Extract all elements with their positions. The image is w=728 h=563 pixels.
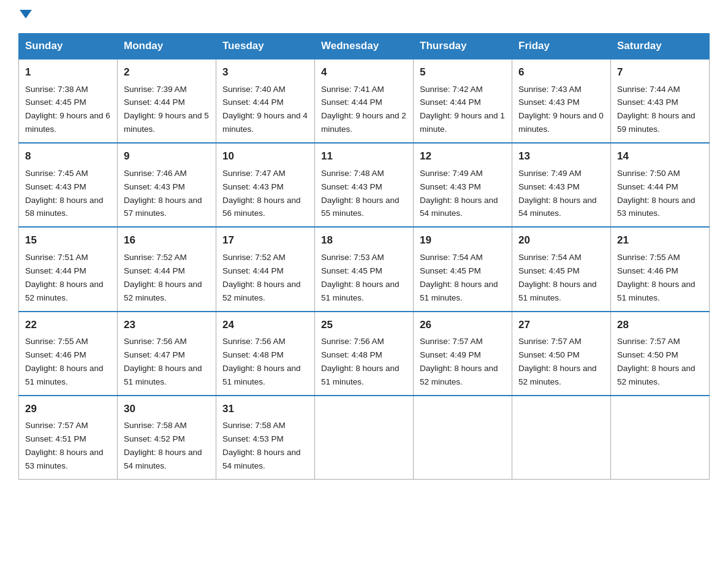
calendar-cell: 9Sunrise: 7:46 AMSunset: 4:43 PMDaylight…	[118, 143, 216, 227]
day-number: 12	[420, 148, 506, 164]
day-info: Sunrise: 7:48 AMSunset: 4:43 PMDaylight:…	[321, 169, 400, 218]
calendar-week-2: 8Sunrise: 7:45 AMSunset: 4:43 PMDaylight…	[19, 143, 710, 227]
day-number: 30	[124, 401, 210, 417]
day-info: Sunrise: 7:39 AMSunset: 4:44 PMDaylight:…	[124, 85, 209, 134]
day-number: 5	[420, 64, 506, 80]
calendar-cell: 29Sunrise: 7:57 AMSunset: 4:51 PMDayligh…	[19, 396, 118, 480]
day-number: 11	[321, 148, 407, 164]
calendar-cell: 6Sunrise: 7:43 AMSunset: 4:43 PMDaylight…	[512, 59, 611, 143]
day-number: 23	[124, 317, 210, 333]
day-number: 25	[321, 317, 407, 333]
calendar-cell: 27Sunrise: 7:57 AMSunset: 4:50 PMDayligh…	[512, 312, 611, 396]
day-number: 6	[518, 64, 604, 80]
logo-triangle-icon	[20, 10, 32, 18]
calendar-cell: 25Sunrise: 7:56 AMSunset: 4:48 PMDayligh…	[315, 312, 414, 396]
day-number: 16	[124, 232, 210, 248]
calendar-cell: 22Sunrise: 7:55 AMSunset: 4:46 PMDayligh…	[19, 312, 118, 396]
day-info: Sunrise: 7:55 AMSunset: 4:46 PMDaylight:…	[617, 253, 696, 302]
day-info: Sunrise: 7:57 AMSunset: 4:50 PMDaylight:…	[617, 337, 696, 386]
col-header-monday: Monday	[118, 34, 216, 59]
day-number: 31	[222, 401, 308, 417]
day-info: Sunrise: 7:42 AMSunset: 4:44 PMDaylight:…	[420, 85, 505, 134]
day-info: Sunrise: 7:55 AMSunset: 4:46 PMDaylight:…	[25, 337, 104, 386]
calendar-cell: 19Sunrise: 7:54 AMSunset: 4:45 PMDayligh…	[414, 227, 512, 311]
calendar-cell: 15Sunrise: 7:51 AMSunset: 4:44 PMDayligh…	[19, 227, 118, 311]
calendar-cell	[611, 396, 710, 480]
calendar-cell: 24Sunrise: 7:56 AMSunset: 4:48 PMDayligh…	[216, 312, 315, 396]
day-info: Sunrise: 7:57 AMSunset: 4:50 PMDaylight:…	[518, 337, 597, 386]
calendar-cell: 21Sunrise: 7:55 AMSunset: 4:46 PMDayligh…	[611, 227, 710, 311]
day-info: Sunrise: 7:58 AMSunset: 4:52 PMDaylight:…	[124, 421, 202, 470]
day-number: 2	[124, 64, 210, 80]
day-info: Sunrise: 7:49 AMSunset: 4:43 PMDaylight:…	[518, 169, 597, 218]
day-info: Sunrise: 7:54 AMSunset: 4:45 PMDaylight:…	[518, 253, 597, 302]
calendar-week-1: 1Sunrise: 7:38 AMSunset: 4:45 PMDaylight…	[19, 59, 710, 143]
calendar-cell: 18Sunrise: 7:53 AMSunset: 4:45 PMDayligh…	[315, 227, 414, 311]
calendar-cell: 17Sunrise: 7:52 AMSunset: 4:44 PMDayligh…	[216, 227, 315, 311]
day-number: 15	[25, 232, 111, 248]
day-info: Sunrise: 7:56 AMSunset: 4:48 PMDaylight:…	[321, 337, 400, 386]
calendar-cell: 26Sunrise: 7:57 AMSunset: 4:49 PMDayligh…	[414, 312, 512, 396]
day-info: Sunrise: 7:57 AMSunset: 4:51 PMDaylight:…	[25, 421, 104, 470]
day-info: Sunrise: 7:50 AMSunset: 4:44 PMDaylight:…	[617, 169, 696, 218]
calendar-table: SundayMondayTuesdayWednesdayThursdayFrid…	[18, 33, 710, 480]
day-info: Sunrise: 7:46 AMSunset: 4:43 PMDaylight:…	[124, 169, 202, 218]
day-number: 8	[25, 148, 111, 164]
day-number: 26	[420, 317, 506, 333]
col-header-sunday: Sunday	[19, 34, 118, 59]
day-number: 4	[321, 64, 407, 80]
calendar-cell: 28Sunrise: 7:57 AMSunset: 4:50 PMDayligh…	[611, 312, 710, 396]
day-info: Sunrise: 7:47 AMSunset: 4:43 PMDaylight:…	[222, 169, 301, 218]
calendar-week-3: 15Sunrise: 7:51 AMSunset: 4:44 PMDayligh…	[19, 227, 710, 311]
day-number: 18	[321, 232, 407, 248]
day-info: Sunrise: 7:41 AMSunset: 4:44 PMDaylight:…	[321, 85, 406, 134]
day-number: 28	[617, 317, 703, 333]
calendar-cell: 5Sunrise: 7:42 AMSunset: 4:44 PMDaylight…	[414, 59, 512, 143]
calendar-cell: 16Sunrise: 7:52 AMSunset: 4:44 PMDayligh…	[118, 227, 216, 311]
col-header-saturday: Saturday	[611, 34, 710, 59]
calendar-cell	[414, 396, 512, 480]
day-info: Sunrise: 7:38 AMSunset: 4:45 PMDaylight:…	[25, 85, 110, 134]
day-info: Sunrise: 7:49 AMSunset: 4:43 PMDaylight:…	[420, 169, 498, 218]
calendar-cell: 12Sunrise: 7:49 AMSunset: 4:43 PMDayligh…	[414, 143, 512, 227]
day-info: Sunrise: 7:45 AMSunset: 4:43 PMDaylight:…	[25, 169, 104, 218]
day-number: 9	[124, 148, 210, 164]
day-number: 27	[518, 317, 604, 333]
day-info: Sunrise: 7:44 AMSunset: 4:43 PMDaylight:…	[617, 85, 696, 134]
calendar-cell: 4Sunrise: 7:41 AMSunset: 4:44 PMDaylight…	[315, 59, 414, 143]
calendar-cell: 14Sunrise: 7:50 AMSunset: 4:44 PMDayligh…	[611, 143, 710, 227]
day-number: 3	[222, 64, 308, 80]
day-info: Sunrise: 7:54 AMSunset: 4:45 PMDaylight:…	[420, 253, 498, 302]
calendar-cell: 7Sunrise: 7:44 AMSunset: 4:43 PMDaylight…	[611, 59, 710, 143]
calendar-cell: 20Sunrise: 7:54 AMSunset: 4:45 PMDayligh…	[512, 227, 611, 311]
day-info: Sunrise: 7:56 AMSunset: 4:48 PMDaylight:…	[222, 337, 301, 386]
calendar-cell: 11Sunrise: 7:48 AMSunset: 4:43 PMDayligh…	[315, 143, 414, 227]
calendar-cell: 8Sunrise: 7:45 AMSunset: 4:43 PMDaylight…	[19, 143, 118, 227]
day-number: 19	[420, 232, 506, 248]
calendar-week-4: 22Sunrise: 7:55 AMSunset: 4:46 PMDayligh…	[19, 312, 710, 396]
day-number: 21	[617, 232, 703, 248]
col-header-tuesday: Tuesday	[216, 34, 315, 59]
day-number: 29	[25, 401, 111, 417]
day-number: 13	[518, 148, 604, 164]
calendar-cell: 3Sunrise: 7:40 AMSunset: 4:44 PMDaylight…	[216, 59, 315, 143]
day-number: 1	[25, 64, 111, 80]
calendar-week-5: 29Sunrise: 7:57 AMSunset: 4:51 PMDayligh…	[19, 396, 710, 480]
day-info: Sunrise: 7:51 AMSunset: 4:44 PMDaylight:…	[25, 253, 104, 302]
day-info: Sunrise: 7:40 AMSunset: 4:44 PMDaylight:…	[222, 85, 308, 134]
calendar-cell: 1Sunrise: 7:38 AMSunset: 4:45 PMDaylight…	[19, 59, 118, 143]
day-info: Sunrise: 7:52 AMSunset: 4:44 PMDaylight:…	[124, 253, 202, 302]
day-info: Sunrise: 7:53 AMSunset: 4:45 PMDaylight:…	[321, 253, 400, 302]
day-number: 17	[222, 232, 308, 248]
day-info: Sunrise: 7:43 AMSunset: 4:43 PMDaylight:…	[518, 85, 604, 134]
calendar-cell: 23Sunrise: 7:56 AMSunset: 4:47 PMDayligh…	[118, 312, 216, 396]
calendar-cell: 10Sunrise: 7:47 AMSunset: 4:43 PMDayligh…	[216, 143, 315, 227]
day-number: 7	[617, 64, 703, 80]
day-number: 22	[25, 317, 111, 333]
calendar-cell: 30Sunrise: 7:58 AMSunset: 4:52 PMDayligh…	[118, 396, 216, 480]
day-info: Sunrise: 7:58 AMSunset: 4:53 PMDaylight:…	[222, 421, 301, 470]
calendar-cell: 2Sunrise: 7:39 AMSunset: 4:44 PMDaylight…	[118, 59, 216, 143]
calendar-cell	[512, 396, 611, 480]
calendar-cell	[315, 396, 414, 480]
col-header-thursday: Thursday	[414, 34, 512, 59]
